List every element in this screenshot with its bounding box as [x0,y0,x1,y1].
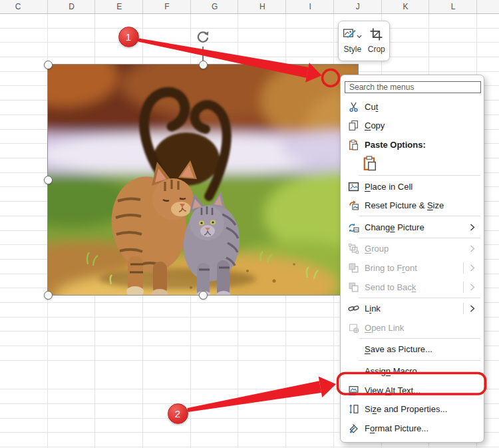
column-header-E[interactable]: E [116,0,122,13]
rotate-handle-stem [202,47,204,61]
crop-button[interactable]: Crop [368,28,385,54]
paste-chip-icon [362,155,378,174]
menu-item-label: View Alt Text... [365,385,420,395]
picture-context-menu: CutCopyPaste Options:Place in CellReset … [340,75,484,443]
column-header-D[interactable]: D [69,0,75,13]
menu-item-reset-picture-and-size[interactable]: Reset Picture & Size [343,196,482,215]
menu-item-label: Size and Properties... [365,404,447,414]
menu-item-assign-macro[interactable]: Assign Macro... [343,361,482,381]
submenu-chevron-icon [470,224,475,231]
column-header-G[interactable]: G [212,0,218,13]
menu-item-cut[interactable]: Cut [343,97,482,116]
group-icon [347,243,359,255]
size-properties-icon [347,403,359,415]
menu-item-label: Reset Picture & Size [365,200,444,210]
clipboard-icon [347,138,359,150]
menu-item-view-alt-text[interactable]: View Alt Text... [343,381,482,400]
menu-item-paste-default[interactable] [343,154,482,174]
menu-item-label: Link [365,304,381,314]
menu-item-label: Save as Picture... [365,344,432,354]
menu-item-label: Open Link [365,323,404,333]
menu-item-copy[interactable]: Copy [343,116,482,136]
change-picture-icon [347,221,359,233]
column-header-J[interactable]: J [356,0,360,13]
crop-button-label: Crop [368,45,385,54]
scissors-icon [347,101,359,112]
selected-picture-cats[interactable] [48,65,358,295]
menu-item-group: Group [343,240,482,259]
menu-item-format-picture[interactable]: Format Picture... [343,419,482,438]
no-icon [347,365,359,377]
menu-item-label: Send to Back [365,282,416,292]
reset-picture-icon [347,200,359,212]
place-in-cell-icon [347,180,359,192]
menu-item-place-in-cell[interactable]: Place in Cell [343,177,482,196]
resize-handle-bottom-middle[interactable] [199,291,208,300]
link-icon [347,303,359,315]
menu-separator [359,238,480,238]
column-header-K[interactable]: K [403,0,408,13]
column-headers[interactable]: CDEFGHIJKL [0,0,499,14]
alt-text-icon [347,384,359,396]
no-icon [347,343,359,355]
menu-separator [359,298,480,298]
menu-item-label: Group [365,244,389,254]
menu-item-label: Assign Macro... [365,366,424,376]
menu-item-link[interactable]: Link [343,299,482,318]
picture-style-icon [343,27,357,44]
menu-item-label: Bring to Front [365,263,417,273]
resize-handle-bottom-left[interactable] [44,291,53,300]
menu-item-send-to-back: Send to Back [343,278,482,297]
menu-item-change-picture[interactable]: Change Picture [343,218,482,237]
open-link-icon [347,322,359,334]
style-button[interactable]: Style [343,28,362,54]
menu-item-label: Copy [365,120,385,130]
bring-to-front-icon [347,262,359,274]
copy-icon [347,120,359,132]
menu-item-paste-options[interactable]: Paste Options: [343,135,482,154]
menu-item-label: Place in Cell [365,182,413,192]
column-header-I[interactable]: I [309,0,311,13]
submenu-chevron-icon [463,282,475,293]
excel-sheet-stage: CDEFGHIJKL [0,0,499,448]
menu-item-label: Format Picture... [365,423,428,433]
menu-item-label: Paste Options: [365,140,426,150]
picture-mini-toolbar: Style Crop [338,21,390,61]
menu-item-label: Cut [365,102,378,112]
menu-separator [359,338,480,339]
column-header-H[interactable]: H [259,0,265,13]
resize-handle-top-left[interactable] [44,61,53,69]
menu-item-label: Change Picture [365,222,424,232]
column-header-F[interactable]: F [164,0,169,13]
resize-handle-mid-left[interactable] [44,176,53,184]
menu-separator [359,175,480,176]
column-header-L[interactable]: L [451,0,456,13]
rotate-handle-icon[interactable] [196,30,210,45]
menu-item-save-as-picture[interactable]: Save as Picture... [343,340,482,359]
cats-image [48,65,358,295]
submenu-chevron-icon [463,262,475,274]
send-to-back-icon [347,281,359,293]
chevron-down-icon [357,29,362,41]
column-header-C[interactable]: C [15,0,21,13]
submenu-chevron-icon [470,245,475,252]
menu-separator [359,216,480,216]
resize-handle-top-middle[interactable] [199,61,208,69]
submenu-chevron-icon [463,303,475,314]
menu-item-bring-to-front: Bring to Front [343,258,482,278]
format-picture-icon [347,422,359,434]
style-button-label: Style [343,45,361,54]
search-input[interactable] [345,81,481,93]
menu-separator [359,360,480,361]
menu-item-open-link: Open Link [343,318,482,337]
crop-icon [369,27,383,44]
menu-item-size-and-properties[interactable]: Size and Properties... [343,399,482,419]
